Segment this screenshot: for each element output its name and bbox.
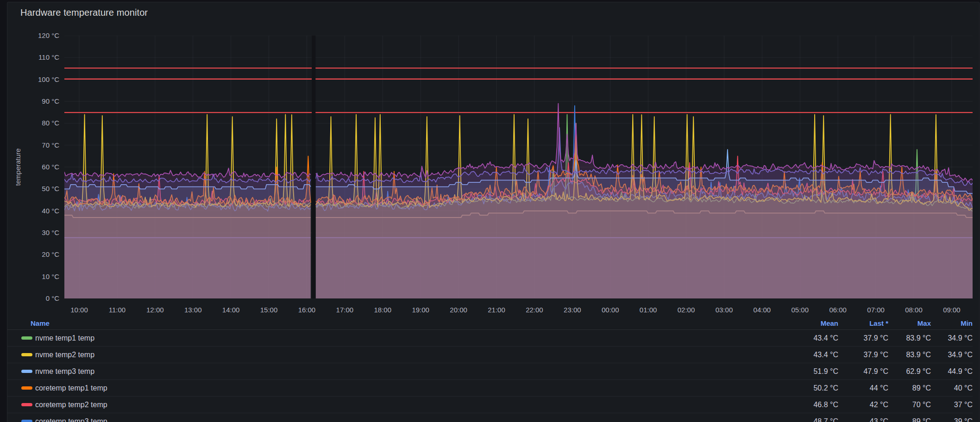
y-axis-tick-label: 80 °C	[18, 119, 59, 127]
series-color-swatch[interactable]	[21, 353, 32, 356]
time-series-plot[interactable]	[64, 36, 973, 298]
legend-header-min[interactable]: Min	[931, 319, 973, 327]
series-name-label[interactable]: coretemp temp2 temp	[35, 401, 107, 409]
legend-value-min: 40 °C	[931, 384, 973, 392]
legend-value-last: 37.9 °C	[838, 351, 888, 359]
series-name-label[interactable]: nvme temp2 temp	[35, 351, 94, 359]
legend-name-cell[interactable]: nvme temp1 temp	[7, 334, 769, 342]
series-color-swatch[interactable]	[21, 370, 32, 373]
legend-value-mean: 48.7 °C	[769, 417, 838, 422]
series-name-label[interactable]: coretemp temp3 temp	[35, 417, 107, 422]
legend-row-nvme-temp3-temp[interactable]: nvme temp3 temp51.9 °C47.9 °C62.9 °C44.9…	[7, 363, 973, 380]
legend-value-min: 34.9 °C	[931, 351, 973, 359]
x-axis-tick-label: 04:00	[743, 306, 780, 314]
x-axis-tick-label: 20:00	[440, 306, 477, 314]
y-axis-tick-label: 70 °C	[18, 141, 59, 149]
x-axis-tick-label: 08:00	[895, 306, 932, 314]
legend-row-nvme-temp1-temp[interactable]: nvme temp1 temp43.4 °C37.9 °C83.9 °C34.9…	[7, 330, 973, 347]
x-axis-tick-label: 15:00	[251, 306, 288, 314]
x-axis-tick-label: 09:00	[933, 306, 970, 314]
y-axis-tick-label: 120 °C	[18, 31, 59, 39]
x-axis-tick-label: 16:00	[288, 306, 325, 314]
x-axis-tick-label: 02:00	[668, 306, 705, 314]
y-axis-tick-label: 110 °C	[18, 53, 59, 61]
legend-value-last: 47.9 °C	[838, 367, 888, 376]
legend-value-mean: 43.4 °C	[769, 351, 838, 359]
legend-header-row: NameMeanLast *MaxMin	[7, 316, 973, 330]
legend-header-max[interactable]: Max	[888, 319, 931, 327]
y-axis-tick-label: 90 °C	[18, 97, 59, 105]
series-name-label[interactable]: nvme temp3 temp	[35, 367, 94, 376]
legend-value-min: 34.9 °C	[931, 334, 973, 342]
series-name-label[interactable]: coretemp temp1 temp	[35, 384, 107, 392]
legend-value-min: 37 °C	[931, 401, 973, 409]
y-axis-tick-label: 10 °C	[18, 273, 59, 280]
x-axis-tick-label: 11:00	[99, 306, 136, 314]
legend-value-last: 37.9 °C	[838, 334, 888, 342]
legend-value-max: 62.9 °C	[888, 367, 931, 376]
x-axis-tick-label: 14:00	[213, 306, 250, 314]
legend-header-last[interactable]: Last *	[838, 319, 888, 327]
legend-name-cell[interactable]: nvme temp2 temp	[7, 351, 769, 359]
legend-header-name[interactable]: Name	[7, 319, 769, 327]
legend-row-coretemp-temp3-temp[interactable]: coretemp temp3 temp48.7 °C43 °C89 °C39 °…	[7, 413, 973, 422]
y-axis-tick-label: 40 °C	[18, 207, 59, 215]
legend-value-max: 89 °C	[888, 384, 931, 392]
legend-header-mean[interactable]: Mean	[769, 319, 838, 327]
y-axis-tick-label: 50 °C	[18, 185, 59, 192]
legend-value-min: 44.9 °C	[931, 367, 973, 376]
legend-row-coretemp-temp2-temp[interactable]: coretemp temp2 temp46.8 °C42 °C70 °C37 °…	[7, 397, 973, 413]
x-axis-tick-label: 07:00	[857, 306, 894, 314]
legend-value-max: 83.9 °C	[888, 334, 931, 342]
x-axis-tick-label: 19:00	[402, 306, 439, 314]
legend-value-mean: 51.9 °C	[769, 367, 838, 376]
x-axis-tick-label: 22:00	[516, 306, 553, 314]
series-fill	[316, 104, 973, 298]
y-axis-tick-label: 0 °C	[18, 294, 59, 302]
legend-table: NameMeanLast *MaxMinnvme temp1 temp43.4 …	[7, 316, 973, 422]
legend-value-max: 83.9 °C	[888, 351, 931, 359]
legend-value-max: 70 °C	[888, 401, 931, 409]
x-axis-tick-label: 17:00	[326, 306, 363, 314]
legend-name-cell[interactable]: coretemp temp1 temp	[7, 384, 769, 392]
legend-value-max: 89 °C	[888, 417, 931, 422]
legend-value-mean: 46.8 °C	[769, 401, 838, 409]
y-axis-tick-label: 20 °C	[18, 250, 59, 258]
panel-title[interactable]: Hardware temperature monitor	[20, 7, 148, 18]
x-axis-tick-label: 01:00	[630, 306, 667, 314]
x-axis-tick-label: 05:00	[781, 306, 818, 314]
y-axis-tick-label: 100 °C	[18, 75, 59, 83]
series-fill	[64, 168, 311, 298]
x-axis-tick-label: 18:00	[364, 306, 401, 314]
legend-value-min: 39 °C	[931, 417, 973, 422]
y-axis-tick-label: 30 °C	[18, 229, 59, 236]
series-color-swatch[interactable]	[21, 336, 32, 340]
legend-value-mean: 43.4 °C	[769, 334, 838, 342]
legend-value-last: 43 °C	[838, 417, 888, 422]
legend-row-nvme-temp2-temp[interactable]: nvme temp2 temp43.4 °C37.9 °C83.9 °C34.9…	[7, 347, 973, 363]
series-color-swatch[interactable]	[21, 420, 32, 422]
x-axis-tick-label: 03:00	[705, 306, 742, 314]
legend-name-cell[interactable]: coretemp temp2 temp	[7, 401, 769, 409]
legend-name-cell[interactable]: coretemp temp3 temp	[7, 417, 769, 422]
series-color-swatch[interactable]	[21, 403, 32, 406]
x-axis-tick-label: 21:00	[478, 306, 515, 314]
x-axis-tick-label: 06:00	[819, 306, 856, 314]
legend-name-cell[interactable]: nvme temp3 temp	[7, 367, 769, 376]
series-name-label[interactable]: nvme temp1 temp	[35, 334, 94, 342]
x-axis-tick-label: 10:00	[61, 306, 98, 314]
legend-value-last: 42 °C	[838, 401, 888, 409]
legend-value-mean: 50.2 °C	[769, 384, 838, 392]
x-axis-tick-label: 23:00	[554, 306, 591, 314]
x-axis-tick-label: 13:00	[175, 306, 212, 314]
x-axis-tick-label: 00:00	[592, 306, 629, 314]
legend-row-coretemp-temp1-temp[interactable]: coretemp temp1 temp50.2 °C44 °C89 °C40 °…	[7, 380, 973, 397]
y-axis-tick-label: 60 °C	[18, 163, 59, 171]
series-color-swatch[interactable]	[21, 386, 32, 390]
legend-value-last: 44 °C	[838, 384, 888, 392]
data-gap-marker	[312, 36, 315, 298]
x-axis-tick-label: 12:00	[137, 306, 174, 314]
